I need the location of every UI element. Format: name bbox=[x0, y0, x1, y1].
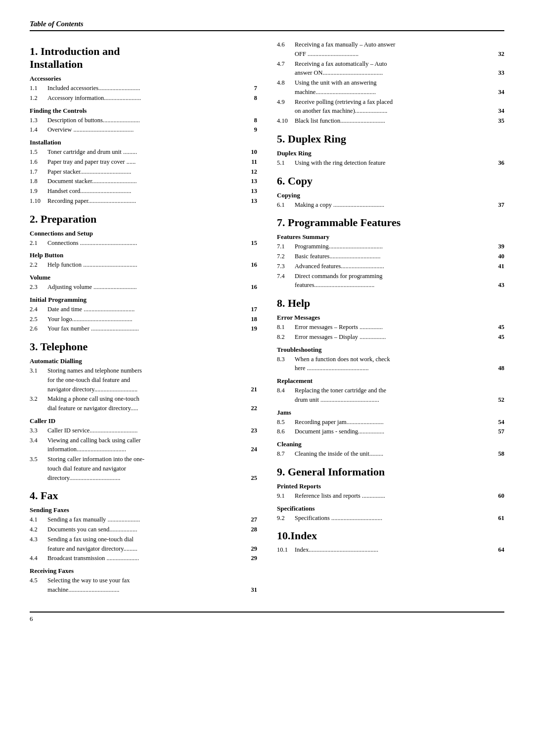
section-1: 1. Introduction andInstallation Accessor… bbox=[30, 45, 257, 206]
toc-entry-3-3: 3.3 Caller ID service...................… bbox=[30, 426, 257, 435]
subsection-receiving-faxes: Receiving Faxes bbox=[30, 567, 257, 575]
toc-entry-1-4: 1.4 Overview ...........................… bbox=[30, 125, 257, 135]
section-5: 5. Duplex Ring Duplex Ring 5.1 Using wit… bbox=[277, 133, 504, 168]
section-9: 9. General Information Printed Reports 9… bbox=[277, 466, 504, 523]
toc-entry-4-7: 4.7 Receiving a fax automatically – Auto… bbox=[277, 59, 504, 78]
subsection-installation: Installation bbox=[30, 139, 257, 146]
subsection-finding-controls: Finding the Controls bbox=[30, 107, 257, 115]
toc-entry-3-1: 3.1 Storing names and telephone numbers … bbox=[30, 366, 257, 394]
toc-entry-1-3: 1.3 Description of buttons..............… bbox=[30, 116, 257, 125]
section-6-title: 6. Copy bbox=[277, 175, 504, 188]
subsection-jams: Jams bbox=[277, 409, 504, 417]
toc-entry-1-2: 1.2 Accessory information...............… bbox=[30, 94, 257, 103]
toc-entry-8-2: 8.2 Error messages – Display ...........… bbox=[277, 332, 504, 342]
toc-entry-2-3: 2.3 Adjusting volume ...................… bbox=[30, 283, 257, 292]
right-column: 4.6 Receiving a fax manually – Auto answ… bbox=[277, 40, 504, 602]
toc-entry-1-8: 1.8 Document stacker....................… bbox=[30, 177, 257, 186]
section-4-title: 4. Fax bbox=[30, 489, 257, 502]
section-2: 2. Preparation Connections and Setup 2.1… bbox=[30, 213, 257, 334]
toc-entry-4-10: 4.10 Black list function................… bbox=[277, 116, 504, 126]
page-footer: 6 bbox=[30, 612, 504, 623]
subsection-error-messages: Error Messages bbox=[277, 314, 504, 322]
toc-entry-4-6: 4.6 Receiving a fax manually – Auto answ… bbox=[277, 40, 504, 59]
toc-entry-4-4: 4.4 Broadcast transmission .............… bbox=[30, 554, 257, 563]
toc-entry-1-6: 1.6 Paper tray and paper tray cover ....… bbox=[30, 157, 257, 167]
left-column: 1. Introduction andInstallation Accessor… bbox=[30, 40, 257, 602]
subsection-replacement: Replacement bbox=[277, 377, 504, 385]
toc-entry-8-7: 8.7 Cleaning the inside of the unit.....… bbox=[277, 449, 504, 459]
toc-entry-4-3: 4.3 Sending a fax using one-touch dial f… bbox=[30, 535, 257, 554]
subsection-accessories: Accessories bbox=[30, 75, 257, 83]
toc-entry-7-2: 7.2 Basic features......................… bbox=[277, 252, 504, 261]
toc-entry-4-2: 4.2 Documents you can send..............… bbox=[30, 525, 257, 534]
section-8: 8. Help Error Messages 8.1 Error message… bbox=[277, 297, 504, 459]
subsection-connections-setup: Connections and Setup bbox=[30, 230, 257, 237]
toc-entry-3-2: 3.2 Making a phone call using one-touch … bbox=[30, 394, 257, 413]
section-3: 3. Telephone Automatic Dialling 3.1 Stor… bbox=[30, 340, 257, 482]
toc-entry-8-4: 8.4 Replacing the toner cartridge and th… bbox=[277, 386, 504, 405]
toc-entry-2-1: 2.1 Connections ........................… bbox=[30, 238, 257, 248]
subsection-caller-id: Caller ID bbox=[30, 417, 257, 425]
page-header: Table of Contents bbox=[30, 20, 504, 31]
section-10-title: 10.Index bbox=[277, 529, 504, 542]
subsection-troubleshooting: Troubleshooting bbox=[277, 346, 504, 354]
toc-entry-7-1: 7.1 Programming.........................… bbox=[277, 242, 504, 251]
section-7: 7. Programmable Features Features Summar… bbox=[277, 216, 504, 290]
subsection-duplex-ring: Duplex Ring bbox=[277, 149, 504, 157]
subsection-features-summary: Features Summary bbox=[277, 233, 504, 241]
subsection-cleaning: Cleaning bbox=[277, 440, 504, 448]
toc-entry-1-1: 1.1 Included accessories................… bbox=[30, 84, 257, 93]
section-1-title: 1. Introduction andInstallation bbox=[30, 45, 257, 71]
toc-entry-3-5: 3.5 Storing caller information into the … bbox=[30, 455, 257, 482]
section-3-title: 3. Telephone bbox=[30, 340, 257, 353]
section-7-title: 7. Programmable Features bbox=[277, 216, 504, 229]
toc-columns: 1. Introduction andInstallation Accessor… bbox=[30, 40, 504, 602]
toc-entry-1-9: 1.9 Handset cord........................… bbox=[30, 187, 257, 196]
section-10: 10.Index 10.1 Index.....................… bbox=[277, 529, 504, 555]
toc-entry-8-6: 8.6 Document jams - sending.............… bbox=[277, 427, 504, 436]
toc-entry-8-1: 8.1 Error messages – Reports ...........… bbox=[277, 323, 504, 332]
toc-entry-8-5: 8.5 Recording paper jam.................… bbox=[277, 418, 504, 427]
table-of-contents-title: Table of Contents bbox=[30, 20, 84, 28]
subsection-initial-programming: Initial Programming bbox=[30, 296, 257, 304]
toc-entry-10-1: 10.1 Index..............................… bbox=[277, 545, 504, 555]
page-number: 6 bbox=[30, 615, 33, 622]
toc-entry-4-5: 4.5 Selecting the way to use your fax ma… bbox=[30, 576, 257, 595]
section-9-title: 9. General Information bbox=[277, 466, 504, 478]
toc-entry-7-4: 7.4 Direct commands for programming feat… bbox=[277, 272, 504, 290]
subsection-auto-dialling: Automatic Dialling bbox=[30, 357, 257, 365]
toc-entry-2-6: 2.6 Your fax number ....................… bbox=[30, 324, 257, 333]
subsection-volume: Volume bbox=[30, 274, 257, 282]
section-4: 4. Fax Sending Faxes 4.1 Sending a fax m… bbox=[30, 489, 257, 594]
toc-entry-1-7: 1.7 Paper stacker.......................… bbox=[30, 167, 257, 177]
toc-entry-4-9: 4.9 Receive polling (retrieving a fax pl… bbox=[277, 97, 504, 116]
section-4-cont: 4.6 Receiving a fax manually – Auto answ… bbox=[277, 40, 504, 126]
toc-entry-1-5: 1.5 Toner cartridge and drum unit ......… bbox=[30, 147, 257, 157]
subsection-printed-reports: Printed Reports bbox=[277, 482, 504, 490]
subsection-copying: Copying bbox=[277, 191, 504, 199]
section-2-title: 2. Preparation bbox=[30, 213, 257, 226]
toc-entry-2-2: 2.2 Help function ......................… bbox=[30, 260, 257, 270]
toc-entry-3-4: 3.4 Viewing and calling back using calle… bbox=[30, 436, 257, 455]
subsection-specifications: Specifications bbox=[277, 505, 504, 513]
toc-entry-9-2: 9.2 Specifications .....................… bbox=[277, 514, 504, 523]
toc-entry-4-8: 4.8 Using the unit with an answering mac… bbox=[277, 78, 504, 97]
section-8-title: 8. Help bbox=[277, 297, 504, 310]
toc-entry-7-3: 7.3 Advanced features...................… bbox=[277, 262, 504, 271]
toc-entry-4-1: 4.1 Sending a fax manually .............… bbox=[30, 515, 257, 524]
toc-entry-2-4: 2.4 Date and time ......................… bbox=[30, 305, 257, 314]
toc-entry-5-1: 5.1 Using with the ring detection featur… bbox=[277, 158, 504, 168]
toc-entry-9-1: 9.1 Reference lists and reports ........… bbox=[277, 491, 504, 501]
section-5-title: 5. Duplex Ring bbox=[277, 133, 504, 145]
toc-entry-1-10: 1.10 Recording paper....................… bbox=[30, 196, 257, 206]
toc-entry-2-5: 2.5 Your logo...........................… bbox=[30, 315, 257, 324]
toc-entry-6-1: 6.1 Making a copy ......................… bbox=[277, 200, 504, 210]
section-6: 6. Copy Copying 6.1 Making a copy ......… bbox=[277, 175, 504, 210]
toc-entry-8-3: 8.3 When a function does not work, check… bbox=[277, 355, 504, 374]
subsection-sending-faxes: Sending Faxes bbox=[30, 506, 257, 514]
subsection-help-button: Help Button bbox=[30, 251, 257, 259]
page-wrapper: Table of Contents 1. Introduction andIns… bbox=[30, 20, 504, 623]
